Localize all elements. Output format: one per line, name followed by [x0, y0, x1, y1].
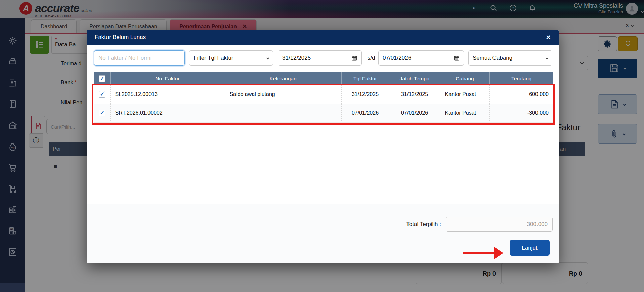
- col-cabang: Cabang: [440, 72, 489, 85]
- col-tgl-faktur: Tgl Faktur: [341, 72, 389, 85]
- cell-tgl-faktur: 07/01/2026: [341, 104, 389, 122]
- faktur-row-SI.2025.12.00013[interactable]: SI.2025.12.00013Saldo awal piutang31/12/…: [94, 85, 553, 104]
- cell-keterangan: [225, 104, 341, 122]
- filter-tgl-faktur-select[interactable]: Filter Tgl Faktur: [189, 50, 273, 66]
- filter-tgl-faktur-value: Filter Tgl Faktur: [194, 55, 233, 61]
- cell-tgl-faktur: 31/12/2025: [341, 85, 389, 104]
- cell-no-faktur: SRT.2026.01.00002: [110, 104, 225, 122]
- select-all-checkbox[interactable]: [99, 75, 105, 82]
- cell-cabang: Kantor Pusat: [440, 104, 489, 122]
- col-terutang: Terutang: [489, 72, 553, 85]
- cell-jatuh-tempo: 31/12/2025: [389, 85, 440, 104]
- no-faktur-search-input[interactable]: No Faktur / No Form: [94, 50, 185, 66]
- select-all-checkbox-cell[interactable]: [94, 72, 110, 85]
- calendar-icon[interactable]: [351, 55, 357, 61]
- annotation-arrow: [463, 242, 503, 266]
- faktur-table: No. Faktur Keterangan Tgl Faktur Jatuh T…: [94, 72, 553, 123]
- col-keterangan: Keterangan: [225, 72, 341, 85]
- cabang-value: Semua Cabang: [473, 55, 512, 61]
- sd-label: s/d: [366, 55, 376, 61]
- dialog-header: Faktur Belum Lunas ×: [87, 30, 559, 45]
- table-header-row: No. Faktur Keterangan Tgl Faktur Jatuh T…: [94, 72, 553, 85]
- row-checkbox[interactable]: [99, 110, 105, 116]
- faktur-row-SRT.2026.01.00002[interactable]: SRT.2026.01.0000207/01/202607/01/2026Kan…: [94, 104, 553, 122]
- no-faktur-placeholder: No Faktur / No Form: [98, 55, 151, 61]
- cabang-select[interactable]: Semua Cabang: [468, 50, 552, 66]
- cell-terutang: -300.000: [489, 104, 553, 122]
- col-no-faktur: No. Faktur: [110, 72, 225, 85]
- dialog-title: Faktur Belum Lunas: [95, 34, 146, 41]
- cell-cabang: Kantor Pusat: [440, 85, 489, 104]
- date-from-value: 31/12/2025: [282, 55, 311, 61]
- total-terpilih-value: 300.000: [527, 221, 548, 228]
- cell-jatuh-tempo: 07/01/2026: [389, 104, 440, 122]
- row-checkbox[interactable]: [99, 91, 105, 98]
- dialog-footer: Total Terpilih : 300.000 Lanjut: [87, 204, 559, 263]
- row-checkbox-cell[interactable]: [94, 104, 110, 122]
- date-to-input[interactable]: 07/01/2026: [378, 50, 464, 66]
- row-checkbox-cell[interactable]: [94, 85, 110, 104]
- date-from-input[interactable]: 31/12/2025: [278, 50, 362, 66]
- chevron-down-icon: [546, 57, 548, 59]
- calendar-icon[interactable]: [454, 55, 460, 61]
- faktur-belum-lunas-dialog: Faktur Belum Lunas × No Faktur / No Form…: [87, 30, 559, 263]
- cell-terutang: 600.000: [489, 85, 553, 104]
- cell-no-faktur: SI.2025.12.00013: [110, 85, 225, 104]
- close-icon[interactable]: ×: [546, 33, 551, 41]
- total-terpilih-input: 300.000: [446, 217, 553, 232]
- col-jatuh-tempo: Jatuh Tempo: [389, 72, 440, 85]
- lanjut-button[interactable]: Lanjut: [510, 240, 550, 256]
- cell-keterangan: Saldo awal piutang: [225, 85, 341, 104]
- filter-row: No Faktur / No Form Filter Tgl Faktur 31…: [94, 50, 553, 66]
- chevron-down-icon: [266, 57, 269, 59]
- date-to-value: 07/01/2026: [383, 55, 411, 61]
- total-terpilih-label: Total Terpilih :: [406, 221, 441, 228]
